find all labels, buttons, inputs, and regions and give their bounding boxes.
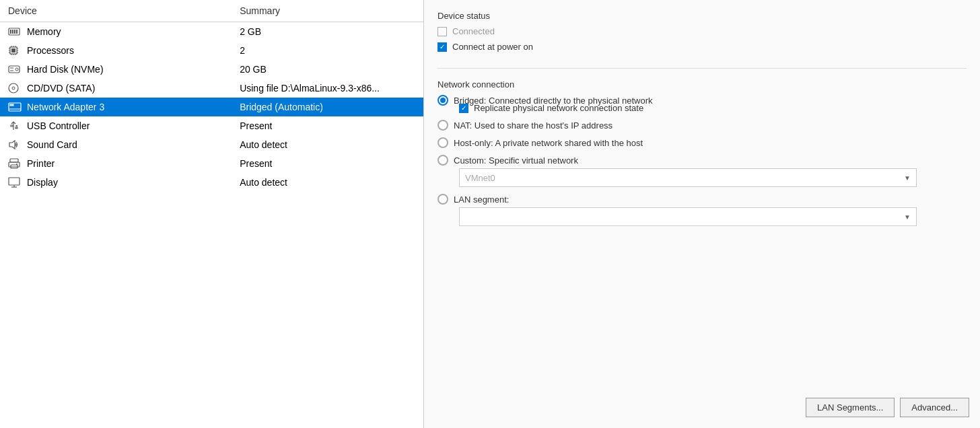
nat-radio-row[interactable]: NAT: Used to share the host's IP address (438, 120, 967, 131)
device-cell-harddisk: Hard Disk (NVMe) (0, 60, 188, 79)
replicate-checkbox[interactable]: ✓ (459, 104, 468, 113)
vmnet-dropdown[interactable]: VMnet0 ▼ (459, 168, 917, 187)
device-icon-usb (8, 120, 23, 131)
nat-radio[interactable] (438, 120, 448, 131)
connected-checkbox[interactable] (438, 27, 447, 36)
svg-rect-3 (14, 30, 15, 34)
device-name-processors: Processors (27, 45, 74, 56)
advanced-button[interactable]: Advanced... (900, 398, 969, 417)
device-icon-cpu (8, 45, 23, 56)
replicate-label: Replicate physical network connection st… (474, 103, 643, 113)
device-cell-display: Display (0, 173, 188, 192)
device-name-soundcard: Sound Card (27, 139, 77, 150)
device-summary-memory: 2 GB (232, 22, 423, 42)
device-cell-network3: Network Adapter 3 (0, 98, 188, 116)
device-name-cddvd: CD/DVD (SATA) (27, 83, 95, 94)
device-icon-display (8, 177, 23, 188)
vmnet-chevron-icon: ▼ (904, 174, 911, 182)
lansegment-label: LAN segment: (454, 194, 509, 205)
svg-point-24 (12, 87, 15, 90)
bottom-bar: LAN Segments... Advanced... (806, 398, 969, 417)
device-summary-harddisk: 20 GB (232, 60, 423, 79)
device-icon-sound (8, 139, 23, 150)
device-row-harddisk[interactable]: Hard Disk (NVMe)20 GB (0, 60, 423, 79)
lan-segment-dropdown[interactable]: ▼ (459, 207, 917, 226)
device-cell-printer: Printer (0, 154, 188, 173)
column-header-summary: Summary (232, 0, 423, 22)
connect-at-power-on-label: Connect at power on (452, 42, 533, 52)
connect-at-power-on-row: ✓ Connect at power on (438, 42, 967, 52)
device-name-harddisk: Hard Disk (NVMe) (27, 64, 104, 75)
lan-segment-chevron-icon: ▼ (904, 213, 911, 221)
device-row-cddvd[interactable]: CD/DVD (SATA)Using file D:\AlmaLinux-9.3… (0, 79, 423, 98)
column-header-device: Device (0, 0, 232, 22)
device-cell-usb: USB Controller (0, 116, 188, 135)
device-icon-cd (8, 83, 23, 94)
svg-point-20 (15, 68, 18, 71)
svg-point-23 (9, 83, 18, 93)
hostonly-radio[interactable] (438, 137, 448, 148)
device-row-display[interactable]: DisplayAuto detect (0, 173, 423, 192)
device-name-network3: Network Adapter 3 (27, 102, 104, 112)
network-options: Bridged: Connected directly to the physi… (438, 95, 967, 226)
custom-radio[interactable] (438, 155, 448, 166)
custom-label: Custom: Specific virtual network (454, 155, 578, 166)
device-summary-printer: Present (232, 154, 423, 173)
device-icon-network (8, 102, 23, 112)
connected-label: Connected (452, 26, 495, 36)
device-summary-display: Auto detect (232, 173, 423, 192)
device-icon-printer (8, 158, 23, 169)
svg-rect-28 (12, 104, 13, 106)
lan-segments-button[interactable]: LAN Segments... (806, 398, 895, 417)
device-summary-soundcard: Auto detect (232, 135, 423, 154)
connected-row: Connected (438, 26, 967, 36)
network-connection-label: Network connection (438, 79, 967, 90)
svg-rect-1 (10, 30, 11, 34)
vmnet-value: VMnet0 (465, 173, 495, 183)
device-status-section: Device status Connected ✓ Connect at pow… (438, 11, 967, 69)
bridged-radio[interactable] (438, 95, 448, 106)
lansegment-radio[interactable] (438, 194, 448, 205)
device-cell-soundcard: Sound Card (0, 135, 188, 154)
custom-radio-row[interactable]: Custom: Specific virtual network (438, 155, 967, 166)
svg-rect-2 (12, 30, 13, 34)
device-name-memory: Memory (27, 26, 61, 37)
device-summary-network3: Bridged (Automatic) (232, 98, 423, 116)
device-name-usb: USB Controller (27, 120, 90, 131)
device-row-memory[interactable]: Memory2 GB (0, 22, 423, 42)
device-row-network3[interactable]: Network Adapter 3Bridged (Automatic) (0, 98, 423, 116)
device-table: Device Summary Memory2 GBProcessors2Hard… (0, 0, 423, 192)
device-row-processors[interactable]: Processors2 (0, 41, 423, 60)
device-summary-processors: 2 (232, 41, 423, 60)
device-name-printer: Printer (27, 158, 55, 169)
nat-label: NAT: Used to share the host's IP address (454, 120, 612, 131)
device-list-panel: Device Summary Memory2 GBProcessors2Hard… (0, 0, 424, 428)
network-connection-section: Network connection Bridged: Connected di… (438, 79, 967, 417)
svg-rect-36 (10, 159, 18, 162)
svg-point-39 (16, 164, 18, 165)
svg-rect-6 (11, 48, 15, 52)
device-row-usb[interactable]: USB ControllerPresent (0, 116, 423, 135)
svg-rect-4 (16, 30, 18, 34)
right-panel: Device status Connected ✓ Connect at pow… (424, 0, 980, 428)
svg-rect-30 (11, 125, 13, 127)
device-row-printer[interactable]: PrinterPresent (0, 154, 423, 173)
device-icon-memory (8, 27, 23, 36)
device-summary-usb: Present (232, 116, 423, 135)
hostonly-radio-row[interactable]: Host-only: A private network shared with… (438, 137, 967, 148)
device-icon-hdd (8, 65, 23, 74)
device-cell-cddvd: CD/DVD (SATA) (0, 79, 188, 98)
device-cell-processors: Processors (0, 41, 188, 60)
lansegment-radio-row[interactable]: LAN segment: (438, 194, 967, 205)
connect-at-power-on-checkbox[interactable]: ✓ (438, 42, 447, 52)
replicate-row: ✓ Replicate physical network connection … (459, 103, 967, 113)
device-status-label: Device status (438, 11, 967, 21)
lansegment-option: LAN segment: ▼ (438, 194, 967, 226)
device-row-soundcard[interactable]: Sound CardAuto detect (0, 135, 423, 154)
device-name-display: Display (27, 177, 58, 188)
hostonly-label: Host-only: A private network shared with… (454, 138, 643, 148)
svg-rect-27 (10, 104, 11, 106)
svg-point-32 (16, 125, 18, 127)
svg-rect-40 (9, 178, 20, 185)
device-cell-memory: Memory (0, 22, 188, 41)
